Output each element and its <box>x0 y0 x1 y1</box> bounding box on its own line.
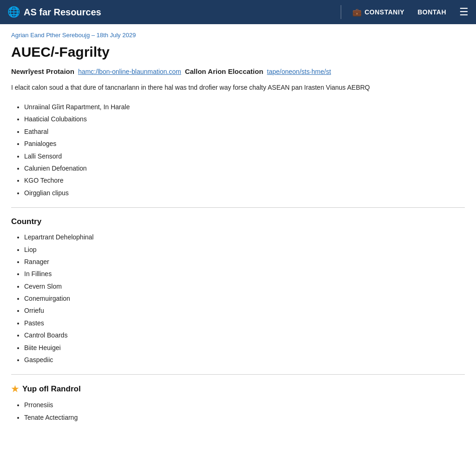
list-item: Unraiinal Gîirt Rapartment, In Harale <box>24 102 465 112</box>
briefcase-icon: 💼 <box>352 8 362 17</box>
page-title: AUEC/-Fagrilty <box>11 44 465 60</box>
globe-icon: 🌐 <box>7 6 20 18</box>
list-item: Cantrol Boards <box>24 330 465 340</box>
list-item: Prronesiis <box>24 400 465 410</box>
list-item: Calunien Defoenation <box>24 163 465 173</box>
meta-link-1[interactable]: hamc:/lbon-online-blaunmation.com <box>78 68 181 75</box>
list-item: KGO Techore <box>24 175 465 185</box>
meta-link-2[interactable]: tape/oneon/sts·hme/st <box>267 68 331 75</box>
callon-label: Callon Arion Eloccation <box>185 67 264 75</box>
starred-heading-text: Yup ofl Randrol <box>22 384 81 394</box>
list-item: Lepartrant Dehelophinal <box>24 232 465 242</box>
starred-section: ★ Yup ofl Randrol PrronesiisTenate Actec… <box>11 384 465 423</box>
country-heading: Country <box>11 217 465 226</box>
logo-text: AS far Resources <box>24 7 101 18</box>
divider-2 <box>11 374 465 375</box>
list-item: Conemuirgation <box>24 293 465 304</box>
list-item: Eatharal <box>24 126 465 137</box>
list-item: Oirgglian clipus <box>24 188 465 198</box>
star-icon: ★ <box>11 384 19 394</box>
breadcrumb: Agrian Eand Pther Sereboujg – 18th July … <box>11 32 465 39</box>
header: 🌐 AS far Resources 💼 CONSTANIY BONTAH ☰ <box>0 0 476 24</box>
description-text: I elacit calon soud a that dure of tancn… <box>11 83 465 93</box>
main-content: Agrian Eand Pther Sereboujg – 18th July … <box>0 24 476 437</box>
nav-item-constaniy[interactable]: 💼 CONSTANIY <box>352 8 404 17</box>
list-item: Lalli Sensord <box>24 151 465 161</box>
logo: 🌐 AS far Resources <box>7 6 101 18</box>
list-item: Biite Heuigei <box>24 343 465 353</box>
list-item: Orriefu <box>24 305 465 316</box>
list-item: Ranager <box>24 257 465 267</box>
header-divider <box>341 5 341 19</box>
header-nav: 💼 CONSTANIY BONTAH ☰ <box>352 6 469 18</box>
country-section: Country Lepartrant DehelophinalLiopRanag… <box>11 217 465 365</box>
starred-list: PrronesiisTenate Actectiarng <box>11 400 465 423</box>
main-list-section: Unraiinal Gîirt Rapartment, In HaraleHaa… <box>11 102 465 198</box>
hamburger-menu-icon[interactable]: ☰ <box>459 6 469 18</box>
meta-row: Newrîyest Protaion hamc:/lbon-online-bla… <box>11 67 465 75</box>
newriyest-label: Newrîyest Protaion <box>11 67 74 75</box>
country-list: Lepartrant DehelophinalLiopRanagerIn Fil… <box>11 232 465 365</box>
nav-label-bontah: BONTAH <box>417 8 446 16</box>
starred-heading: ★ Yup ofl Randrol <box>11 384 465 394</box>
list-item: Liop <box>24 245 465 255</box>
divider-1 <box>11 207 465 208</box>
list-item: Pastes <box>24 318 465 328</box>
list-item: Haaticial Colubaitions <box>24 114 465 124</box>
list-item: Tenate Actectiarng <box>24 412 465 423</box>
list-item: Gaspediic <box>24 355 465 365</box>
list-item: In Fillines <box>24 269 465 279</box>
list-item: Cevern Slom <box>24 281 465 291</box>
nav-item-bontah[interactable]: BONTAH <box>417 8 446 16</box>
list-item: Panialoges <box>24 139 465 149</box>
nav-label-constaniy: CONSTANIY <box>364 8 404 16</box>
main-list: Unraiinal Gîirt Rapartment, In HaraleHaa… <box>11 102 465 198</box>
